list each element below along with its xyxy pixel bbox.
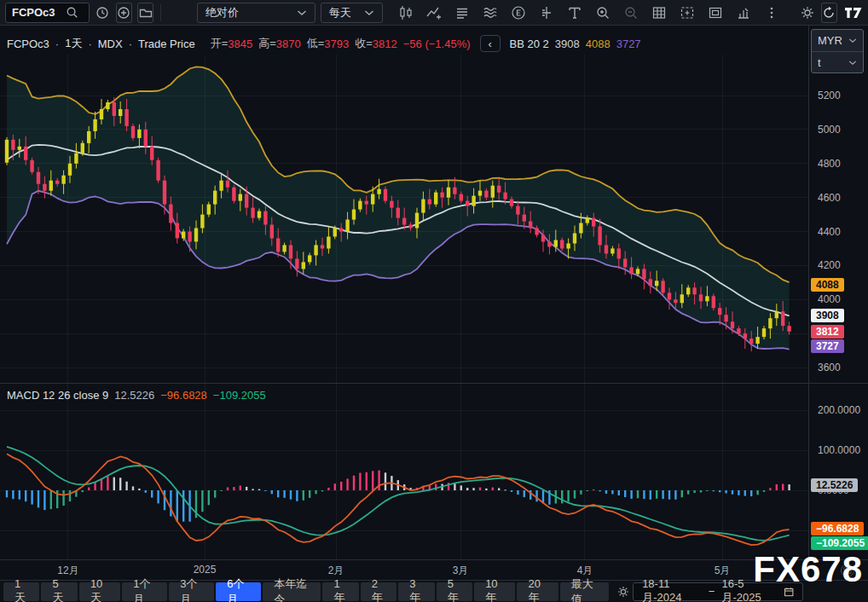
watchlist-folder-button[interactable]	[137, 3, 153, 23]
currency-value: MYR	[818, 34, 842, 47]
legend-dot: ·	[129, 38, 132, 50]
macd-legend: MACD 12 26 close 9 12.5226 −96.6828 −109…	[7, 389, 266, 402]
bb-basis-value: 3908	[555, 38, 580, 50]
range-button[interactable]: 1天	[3, 582, 39, 601]
screenshot-icon[interactable]	[676, 3, 698, 23]
range-button[interactable]: 6个月	[216, 582, 261, 601]
indicators-icon[interactable]	[423, 3, 445, 23]
price-tick: 4600	[818, 192, 841, 204]
price-mode-value: 绝对价	[205, 5, 239, 20]
snapshot-window-icon[interactable]	[704, 3, 726, 23]
time-axis-label: 5月	[715, 564, 731, 578]
template-e-icon[interactable]	[507, 3, 529, 23]
range-button[interactable]: 2年	[361, 582, 396, 601]
toolbar-separator	[160, 4, 161, 21]
legend-interval[interactable]: 1天	[65, 36, 82, 51]
low-label: 低=	[307, 36, 325, 51]
time-axis-label: 3月	[453, 564, 469, 578]
time-axis-label: 12月	[57, 564, 78, 578]
time-axis-label: 2025	[194, 564, 217, 576]
legend-series-type: Trade Price	[138, 38, 195, 50]
chevron-down-icon	[848, 60, 857, 66]
range-button[interactable]: 1年	[322, 582, 358, 601]
range-settings-gear-icon[interactable]	[614, 582, 633, 602]
chart-edit-icon[interactable]	[732, 3, 755, 23]
top-toolbar: FCPOc3 绝对价 每天	[0, 0, 868, 26]
chevron-down-icon	[364, 9, 374, 16]
macd-hist-value: 12.5226	[114, 389, 154, 402]
chevron-down-icon	[848, 38, 857, 43]
add-symbol-button[interactable]	[116, 3, 132, 23]
price-tag: 4088	[811, 278, 844, 292]
tradingview-logo[interactable]	[844, 3, 863, 23]
settings-gear-icon[interactable]	[800, 3, 816, 23]
price-tag: 3812	[811, 325, 844, 339]
legend-exchange: MDX	[98, 38, 123, 50]
range-button[interactable]: 3个月	[169, 582, 214, 601]
grid-table-icon[interactable]	[648, 3, 670, 23]
price-tick: 4200	[818, 259, 841, 271]
unit-dropdown[interactable]: t	[812, 51, 863, 72]
range-button[interactable]: 5天	[41, 582, 77, 601]
legend-dot: ·	[88, 38, 91, 50]
bottom-toolbar: 1天5天10天1个月3个月6个月本年迄今1年2年3年5年10年20年最大值 18…	[0, 580, 868, 602]
history-clock-icon[interactable]	[95, 3, 111, 23]
price-tick: 5000	[818, 124, 841, 136]
macd-signal-value: −109.2055	[213, 389, 266, 402]
search-icon	[62, 3, 83, 23]
zoom-in-icon[interactable]	[592, 3, 614, 23]
overlay-waves-icon[interactable]	[479, 3, 501, 23]
open-label: 开=	[211, 36, 229, 51]
measure-icon[interactable]	[535, 3, 558, 23]
bb-indicator-title[interactable]: BB 20 2	[510, 38, 549, 50]
macd-line-value: −96.6828	[160, 389, 207, 402]
range-button[interactable]: 10年	[474, 582, 515, 601]
close-label: 收=	[355, 36, 373, 51]
text-tool-icon[interactable]	[564, 3, 586, 23]
range-button[interactable]: 1个月	[122, 582, 167, 601]
macd-tick: 100.0000	[818, 444, 860, 456]
price-scale[interactable]: MYR t 5200500048004600440042004000380036…	[808, 26, 868, 580]
chart-application: FCPOc3 绝对价 每天	[0, 0, 868, 602]
bb-lower-value: 3727	[616, 38, 641, 50]
candlestick-style-icon[interactable]	[395, 3, 417, 23]
date-separator: −	[709, 585, 715, 598]
symbol-search-input[interactable]: FCPOc3	[5, 3, 90, 23]
macd-tag: −96.6828	[811, 522, 864, 535]
range-button[interactable]: 最大值	[560, 582, 610, 601]
price-tag: 3908	[811, 309, 844, 322]
zoom-out-icon	[620, 3, 642, 23]
macd-tag: 12.5226	[811, 478, 858, 492]
range-button[interactable]: 10天	[79, 582, 120, 601]
reset-chart-icon[interactable]	[821, 3, 837, 23]
change-value: −56 (−1.45%)	[403, 38, 471, 50]
currency-unit-selector: MYR t	[811, 29, 864, 73]
macd-indicator-title[interactable]: MACD 12 26 close 9	[7, 389, 108, 402]
more-options-icon[interactable]	[761, 3, 783, 23]
toolbar-icon-row	[395, 3, 783, 23]
collapse-legend-button[interactable]: ‹	[480, 35, 501, 52]
price-chart-canvas[interactable]	[0, 26, 808, 559]
price-tick: 3600	[818, 362, 841, 373]
price-mode-dropdown[interactable]: 绝对价	[197, 3, 315, 23]
range-buttons: 1天5天10天1个月3个月6个月本年迄今1年2年3年5年10年20年最大值	[3, 582, 609, 601]
date-from: 18-11月-2024	[642, 577, 702, 602]
range-button[interactable]: 5年	[437, 582, 472, 601]
legend-dot: ·	[55, 38, 59, 50]
legend-symbol[interactable]: FCPOc3	[7, 38, 49, 50]
macd-tick: 200.0000	[818, 404, 860, 416]
time-axis-separator	[0, 559, 868, 560]
bb-upper-value: 4088	[586, 38, 610, 50]
time-axis-label: 2月	[328, 564, 344, 578]
interval-dropdown[interactable]: 每天	[321, 3, 383, 23]
range-button[interactable]: 3年	[398, 582, 434, 601]
range-button[interactable]: 本年迄今	[263, 582, 321, 601]
compare-layers-icon[interactable]	[451, 3, 473, 23]
pane-separator[interactable]	[0, 383, 868, 384]
price-tag: 3727	[811, 339, 844, 353]
symbol-text: FCPOc3	[12, 6, 55, 19]
range-button[interactable]: 20年	[517, 582, 558, 601]
high-value: 3870	[276, 38, 301, 50]
currency-dropdown[interactable]: MYR	[812, 30, 863, 51]
fx678-watermark: FX678	[753, 549, 863, 590]
